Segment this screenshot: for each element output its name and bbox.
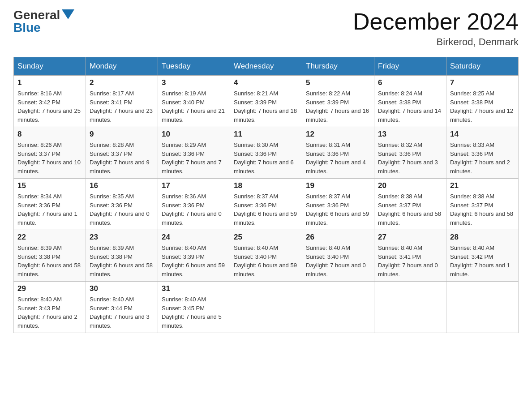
weekday-header-monday: Monday bbox=[86, 57, 158, 76]
day-number: 12 bbox=[306, 130, 370, 139]
day-number: 19 bbox=[306, 181, 370, 190]
calendar-cell: 14 Sunrise: 8:33 AM Sunset: 3:36 PM Dayl… bbox=[446, 127, 519, 179]
day-info: Sunrise: 8:38 AM Sunset: 3:37 PM Dayligh… bbox=[450, 192, 515, 227]
day-info: Sunrise: 8:40 AM Sunset: 3:42 PM Dayligh… bbox=[450, 244, 515, 278]
day-info: Sunrise: 8:17 AM Sunset: 3:41 PM Dayligh… bbox=[90, 89, 154, 124]
weekday-header-saturday: Saturday bbox=[446, 57, 519, 76]
day-info: Sunrise: 8:25 AM Sunset: 3:38 PM Dayligh… bbox=[450, 89, 515, 124]
calendar-cell: 20 Sunrise: 8:38 AM Sunset: 3:37 PM Dayl… bbox=[374, 179, 446, 230]
day-number: 20 bbox=[378, 181, 442, 190]
calendar-cell: 2 Sunrise: 8:17 AM Sunset: 3:41 PM Dayli… bbox=[86, 76, 158, 127]
day-number: 29 bbox=[17, 284, 82, 293]
day-number: 30 bbox=[90, 284, 154, 293]
calendar-cell: 23 Sunrise: 8:39 AM Sunset: 3:38 PM Dayl… bbox=[86, 230, 158, 282]
weekday-header-thursday: Thursday bbox=[302, 57, 374, 76]
calendar-cell: 18 Sunrise: 8:37 AM Sunset: 3:36 PM Dayl… bbox=[230, 179, 302, 230]
day-info: Sunrise: 8:32 AM Sunset: 3:36 PM Dayligh… bbox=[378, 141, 442, 176]
day-number: 14 bbox=[450, 130, 515, 139]
calendar-cell: 16 Sunrise: 8:35 AM Sunset: 3:36 PM Dayl… bbox=[86, 179, 158, 230]
weekday-header-sunday: Sunday bbox=[14, 57, 86, 76]
day-number: 24 bbox=[162, 233, 226, 242]
day-number: 7 bbox=[450, 78, 515, 87]
calendar-week-row: 29 Sunrise: 8:40 AM Sunset: 3:43 PM Dayl… bbox=[14, 282, 519, 333]
weekday-header-tuesday: Tuesday bbox=[158, 57, 230, 76]
day-number: 26 bbox=[306, 233, 370, 242]
day-info: Sunrise: 8:31 AM Sunset: 3:36 PM Dayligh… bbox=[306, 141, 370, 176]
day-info: Sunrise: 8:36 AM Sunset: 3:36 PM Dayligh… bbox=[162, 192, 226, 227]
day-number: 25 bbox=[234, 233, 298, 242]
calendar-cell: 19 Sunrise: 8:37 AM Sunset: 3:36 PM Dayl… bbox=[302, 179, 374, 230]
day-number: 2 bbox=[90, 78, 154, 87]
calendar-cell bbox=[302, 282, 374, 333]
day-info: Sunrise: 8:35 AM Sunset: 3:36 PM Dayligh… bbox=[90, 192, 154, 227]
day-info: Sunrise: 8:24 AM Sunset: 3:38 PM Dayligh… bbox=[378, 89, 442, 124]
calendar-cell: 5 Sunrise: 8:22 AM Sunset: 3:39 PM Dayli… bbox=[302, 76, 374, 127]
calendar-cell: 25 Sunrise: 8:40 AM Sunset: 3:40 PM Dayl… bbox=[230, 230, 302, 282]
calendar-cell: 31 Sunrise: 8:40 AM Sunset: 3:45 PM Dayl… bbox=[158, 282, 230, 333]
day-number: 1 bbox=[17, 78, 82, 87]
calendar-cell: 6 Sunrise: 8:24 AM Sunset: 3:38 PM Dayli… bbox=[374, 76, 446, 127]
title-block: December 2024 Birkerod, Denmark bbox=[353, 9, 519, 48]
day-info: Sunrise: 8:40 AM Sunset: 3:40 PM Dayligh… bbox=[306, 244, 370, 278]
day-number: 21 bbox=[450, 181, 515, 190]
calendar-cell: 1 Sunrise: 8:16 AM Sunset: 3:42 PM Dayli… bbox=[14, 76, 86, 127]
day-info: Sunrise: 8:26 AM Sunset: 3:37 PM Dayligh… bbox=[17, 141, 82, 176]
logo: General Blue bbox=[13, 9, 74, 34]
calendar-week-row: 8 Sunrise: 8:26 AM Sunset: 3:37 PM Dayli… bbox=[14, 127, 519, 179]
day-info: Sunrise: 8:29 AM Sunset: 3:36 PM Dayligh… bbox=[162, 141, 226, 176]
day-info: Sunrise: 8:28 AM Sunset: 3:37 PM Dayligh… bbox=[90, 141, 154, 176]
day-info: Sunrise: 8:33 AM Sunset: 3:36 PM Dayligh… bbox=[450, 141, 515, 176]
calendar-cell: 22 Sunrise: 8:39 AM Sunset: 3:38 PM Dayl… bbox=[14, 230, 86, 282]
day-number: 6 bbox=[378, 78, 442, 87]
day-number: 3 bbox=[162, 78, 226, 87]
day-number: 16 bbox=[90, 181, 154, 190]
day-number: 15 bbox=[17, 181, 82, 190]
calendar-week-row: 1 Sunrise: 8:16 AM Sunset: 3:42 PM Dayli… bbox=[14, 76, 519, 127]
calendar-cell: 3 Sunrise: 8:19 AM Sunset: 3:40 PM Dayli… bbox=[158, 76, 230, 127]
calendar-cell: 7 Sunrise: 8:25 AM Sunset: 3:38 PM Dayli… bbox=[446, 76, 519, 127]
calendar-cell bbox=[230, 282, 302, 333]
calendar-table: SundayMondayTuesdayWednesdayThursdayFrid… bbox=[13, 57, 519, 333]
day-info: Sunrise: 8:37 AM Sunset: 3:36 PM Dayligh… bbox=[234, 192, 298, 227]
calendar-cell: 12 Sunrise: 8:31 AM Sunset: 3:36 PM Dayl… bbox=[302, 127, 374, 179]
calendar-cell: 21 Sunrise: 8:38 AM Sunset: 3:37 PM Dayl… bbox=[446, 179, 519, 230]
day-number: 9 bbox=[90, 130, 154, 139]
weekday-header-row: SundayMondayTuesdayWednesdayThursdayFrid… bbox=[14, 57, 519, 76]
calendar-cell: 28 Sunrise: 8:40 AM Sunset: 3:42 PM Dayl… bbox=[446, 230, 519, 282]
calendar-cell: 13 Sunrise: 8:32 AM Sunset: 3:36 PM Dayl… bbox=[374, 127, 446, 179]
day-info: Sunrise: 8:40 AM Sunset: 3:44 PM Dayligh… bbox=[90, 295, 154, 330]
calendar-cell: 9 Sunrise: 8:28 AM Sunset: 3:37 PM Dayli… bbox=[86, 127, 158, 179]
calendar-cell: 27 Sunrise: 8:40 AM Sunset: 3:41 PM Dayl… bbox=[374, 230, 446, 282]
calendar-cell: 26 Sunrise: 8:40 AM Sunset: 3:40 PM Dayl… bbox=[302, 230, 374, 282]
day-number: 22 bbox=[17, 233, 82, 242]
day-info: Sunrise: 8:38 AM Sunset: 3:37 PM Dayligh… bbox=[378, 192, 442, 227]
day-number: 17 bbox=[162, 181, 226, 190]
day-info: Sunrise: 8:30 AM Sunset: 3:36 PM Dayligh… bbox=[234, 141, 298, 176]
calendar-cell: 11 Sunrise: 8:30 AM Sunset: 3:36 PM Dayl… bbox=[230, 127, 302, 179]
calendar-cell: 15 Sunrise: 8:34 AM Sunset: 3:36 PM Dayl… bbox=[14, 179, 86, 230]
day-info: Sunrise: 8:39 AM Sunset: 3:38 PM Dayligh… bbox=[90, 244, 154, 278]
day-number: 31 bbox=[162, 284, 226, 293]
day-info: Sunrise: 8:40 AM Sunset: 3:41 PM Dayligh… bbox=[378, 244, 442, 278]
logo-blue: Blue bbox=[13, 21, 41, 34]
calendar-cell: 30 Sunrise: 8:40 AM Sunset: 3:44 PM Dayl… bbox=[86, 282, 158, 333]
calendar-cell: 10 Sunrise: 8:29 AM Sunset: 3:36 PM Dayl… bbox=[158, 127, 230, 179]
calendar-cell: 29 Sunrise: 8:40 AM Sunset: 3:43 PM Dayl… bbox=[14, 282, 86, 333]
calendar-body: 1 Sunrise: 8:16 AM Sunset: 3:42 PM Dayli… bbox=[14, 76, 519, 333]
month-title: December 2024 bbox=[353, 9, 519, 34]
day-info: Sunrise: 8:21 AM Sunset: 3:39 PM Dayligh… bbox=[234, 89, 298, 124]
calendar-cell: 24 Sunrise: 8:40 AM Sunset: 3:39 PM Dayl… bbox=[158, 230, 230, 282]
day-number: 23 bbox=[90, 233, 154, 242]
day-number: 27 bbox=[378, 233, 442, 242]
calendar-cell bbox=[374, 282, 446, 333]
day-number: 28 bbox=[450, 233, 515, 242]
day-number: 18 bbox=[234, 181, 298, 190]
day-info: Sunrise: 8:40 AM Sunset: 3:39 PM Dayligh… bbox=[162, 244, 226, 278]
day-number: 13 bbox=[378, 130, 442, 139]
calendar-week-row: 22 Sunrise: 8:39 AM Sunset: 3:38 PM Dayl… bbox=[14, 230, 519, 282]
day-info: Sunrise: 8:19 AM Sunset: 3:40 PM Dayligh… bbox=[162, 89, 226, 124]
weekday-header-wednesday: Wednesday bbox=[230, 57, 302, 76]
day-number: 5 bbox=[306, 78, 370, 87]
calendar-cell: 17 Sunrise: 8:36 AM Sunset: 3:36 PM Dayl… bbox=[158, 179, 230, 230]
day-info: Sunrise: 8:34 AM Sunset: 3:36 PM Dayligh… bbox=[17, 192, 82, 227]
